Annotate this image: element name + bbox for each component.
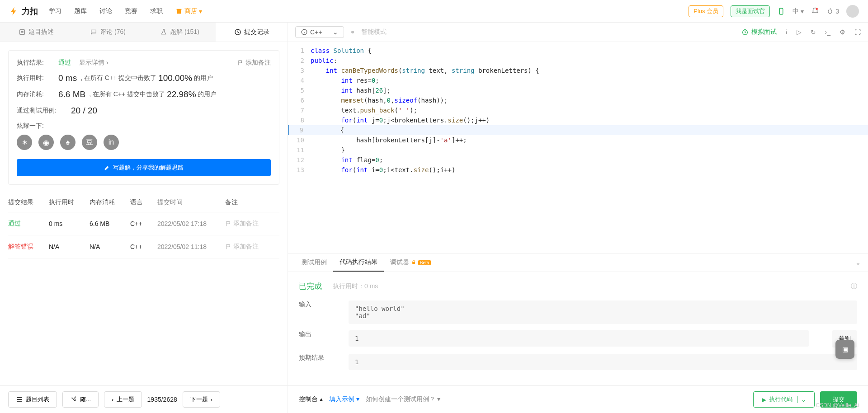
time-beat: 100.00%	[158, 73, 192, 83]
problem-counter: 1935/2628	[147, 396, 177, 403]
table-row[interactable]: 通过 0 ms 6.6 MB C++ 2022/05/02 17:18 添加备注	[8, 212, 279, 235]
left-panel: 题目描述 评论 (76) 题解 (151) 提交记录 执行结果: 通过 显示详情…	[0, 23, 288, 413]
fullscreen-icon[interactable]: ⛶	[854, 28, 861, 36]
list-icon	[16, 396, 23, 403]
nav-store[interactable]: 商店 ▾	[175, 7, 202, 15]
result-card: 执行结果: 通过 显示详情 › 添加备注 执行用时: 0 ms , 在所有 C+…	[8, 50, 279, 185]
weibo-icon[interactable]: ◉	[38, 135, 54, 150]
fill-example-link[interactable]: 填入示例 ▾	[329, 395, 359, 404]
nav-discuss[interactable]: 讨论	[99, 7, 112, 15]
share-label: 炫耀一下:	[17, 122, 271, 130]
qq-icon[interactable]: ♠	[60, 135, 75, 150]
input-label: 输入	[299, 300, 330, 309]
write-solution-button[interactable]: 写题解，分享我的解题思路	[17, 159, 271, 176]
top-header: 力扣 学习 题库 讨论 竞赛 求职 商店 ▾ Plus 会员 我是面试官 中 ▾…	[0, 0, 868, 23]
store-icon	[175, 8, 183, 15]
plus-button[interactable]: Plus 会员	[689, 5, 723, 17]
mobile-icon[interactable]	[777, 7, 785, 15]
nav-career[interactable]: 求职	[150, 7, 163, 15]
settings-icon[interactable]: ⚙	[840, 28, 845, 36]
console-toggle[interactable]: 控制台 ▴	[299, 395, 323, 404]
output-label: 输出	[299, 330, 330, 338]
lock-icon	[411, 259, 416, 265]
mem-label: 内存消耗:	[17, 90, 58, 99]
ctab-result[interactable]: 代码执行结果	[333, 253, 384, 272]
problem-tabs: 题目描述 评论 (76) 题解 (151) 提交记录	[0, 23, 288, 42]
console-exec-time: 执行用时：0 ms	[333, 282, 378, 291]
expected-box: 1	[349, 354, 857, 370]
random-button[interactable]: 随...	[62, 391, 99, 408]
add-note-link[interactable]: 添加备注	[225, 243, 279, 251]
douban-icon[interactable]: 豆	[82, 135, 97, 150]
ui-language[interactable]: 中 ▾	[793, 7, 804, 15]
fire-icon[interactable]: 3	[826, 8, 839, 15]
pencil-icon	[104, 164, 110, 171]
status-pass: 通过	[58, 59, 71, 67]
bell-icon[interactable]	[811, 7, 819, 15]
mock-interview-button[interactable]: 模拟面试	[741, 28, 777, 36]
logo[interactable]: 力扣	[9, 6, 38, 17]
editor-toolbar: C++ ⌄ 智能模式 模拟面试 i ▷ ↻ ›_ ⚙ ⛶	[288, 23, 868, 42]
testcase-value: 20 / 20	[71, 106, 97, 116]
leetcode-icon	[9, 6, 19, 16]
wechat-icon[interactable]: ✶	[17, 135, 32, 150]
submission-table: 提交结果 执行用时 内存消耗 语言 提交时间 备注 通过 0 ms 6.6 MB…	[8, 193, 279, 258]
info-icon-btn[interactable]: i	[786, 28, 788, 36]
code-editor[interactable]: 1class Solution {2public:3 int canBeType…	[288, 42, 868, 253]
flask-icon	[160, 28, 167, 36]
exec-time-value: 0 ms	[58, 73, 77, 83]
mem-value: 6.6 MB	[58, 89, 85, 99]
nav-contest[interactable]: 竞赛	[125, 7, 137, 15]
mem-beat: 22.98%	[167, 89, 196, 99]
nav-learn[interactable]: 学习	[49, 7, 61, 15]
prev-button[interactable]: ‹ 上一题	[104, 391, 142, 408]
next-button[interactable]: 下一题 ›	[183, 391, 220, 408]
main-split: 题目描述 评论 (76) 题解 (151) 提交记录 执行结果: 通过 显示详情…	[0, 23, 868, 413]
add-note-button[interactable]: 添加备注	[237, 59, 271, 67]
submit-button[interactable]: 提交	[820, 391, 857, 408]
exec-result-label: 执行结果:	[17, 59, 58, 67]
show-detail-link[interactable]: 显示详情 ›	[79, 59, 108, 67]
right-panel: C++ ⌄ 智能模式 模拟面试 i ▷ ↻ ›_ ⚙ ⛶ 1class Solu…	[288, 23, 868, 413]
doc-icon	[19, 28, 26, 36]
table-head: 提交结果 执行用时 内存消耗 语言 提交时间 备注	[8, 193, 279, 212]
shuffle-icon	[70, 396, 77, 403]
share-icons: ✶ ◉ ♠ 豆 in	[17, 135, 271, 150]
console-panel: 测试用例 代码执行结果 调试器 Beta ⌄ 已完成 执行用时：0 ms ⓘ 输…	[288, 253, 868, 413]
terminal-icon[interactable]: ›_	[825, 28, 830, 36]
svg-point-1	[816, 8, 818, 10]
table-row[interactable]: 解答错误 N/A N/A C++ 2022/05/02 11:18 添加备注	[8, 235, 279, 258]
expected-label: 预期结果	[299, 354, 330, 362]
reset-icon[interactable]: ↻	[811, 28, 816, 36]
tab-solutions[interactable]: 题解 (151)	[144, 23, 216, 42]
interviewer-button[interactable]: 我是面试官	[731, 5, 770, 17]
tab-comments[interactable]: 评论 (76)	[72, 23, 144, 42]
avatar[interactable]	[846, 5, 859, 18]
output-box: 1	[349, 330, 809, 347]
main-nav: 学习 题库 讨论 竞赛 求职 商店 ▾	[49, 7, 202, 15]
tab-description[interactable]: 题目描述	[0, 23, 72, 42]
dot-icon	[351, 31, 354, 33]
howto-link[interactable]: 如何创建一个测试用例？ ▾	[366, 395, 440, 404]
smart-mode[interactable]: 智能模式	[361, 28, 387, 36]
play-icon[interactable]: ▷	[797, 28, 802, 36]
help-icon[interactable]: ⓘ	[851, 282, 857, 291]
submission-content: 执行结果: 通过 显示详情 › 添加备注 执行用时: 0 ms , 在所有 C+…	[0, 42, 288, 385]
info-icon	[301, 29, 307, 35]
nav-problems[interactable]: 题库	[74, 7, 87, 15]
add-note-link[interactable]: 添加备注	[225, 220, 279, 228]
tab-submissions[interactable]: 提交记录	[216, 23, 288, 42]
linkedin-icon[interactable]: in	[104, 135, 119, 150]
console-footer: 控制台 ▴ 填入示例 ▾ 如何创建一个测试用例？ ▾ ▶ 执行代码 ⌄ 提交	[288, 385, 868, 413]
language-select[interactable]: C++ ⌄	[295, 26, 344, 38]
run-code-button[interactable]: ▶ 执行代码 ⌄	[753, 391, 815, 408]
comment-icon	[90, 28, 97, 36]
ctab-debugger[interactable]: 调试器 Beta	[384, 254, 437, 271]
svg-rect-0	[779, 8, 783, 14]
clock-icon	[741, 28, 749, 36]
console-tabs: 测试用例 代码执行结果 调试器 Beta ⌄	[288, 253, 868, 272]
floating-action-button[interactable]: ▣	[835, 340, 854, 359]
ctab-testcase[interactable]: 测试用例	[295, 254, 333, 271]
collapse-icon[interactable]: ⌄	[855, 259, 861, 266]
problem-list-button[interactable]: 题目列表	[8, 391, 57, 408]
